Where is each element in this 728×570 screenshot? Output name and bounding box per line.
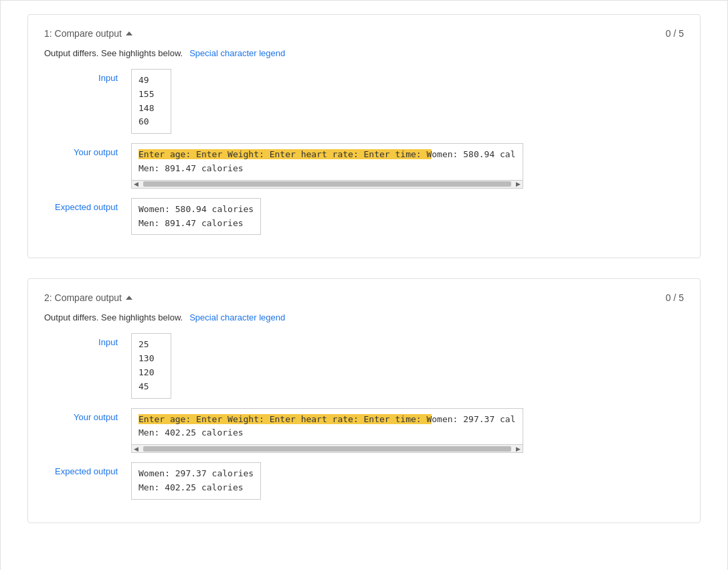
compare-section-1: 1: Compare output 0 / 5 Output differs. … bbox=[27, 14, 701, 258]
chevron-up-icon-1 bbox=[126, 31, 132, 35]
your-output-container-2: Enter age: Enter Weight: Enter heart rat… bbox=[131, 408, 523, 454]
compare-section-2: 2: Compare output 0 / 5 Output differs. … bbox=[27, 278, 701, 522]
scroll-left-icon-1: ◀ bbox=[132, 181, 141, 187]
input-line-2-1: 25 bbox=[139, 338, 164, 352]
input-row-1: Input 49 155 148 60 bbox=[44, 69, 684, 134]
scrollbar-track-1 bbox=[143, 181, 511, 187]
scrollbar-track-2 bbox=[143, 446, 511, 452]
input-line-2-4: 45 bbox=[139, 380, 164, 394]
scrollbar-1[interactable]: ◀ ▶ bbox=[131, 181, 523, 189]
input-row-2: Input 25 130 120 45 bbox=[44, 333, 684, 398]
input-line-2-3: 120 bbox=[139, 366, 164, 380]
input-label-2: Input bbox=[44, 333, 118, 347]
special-char-link-2[interactable]: Special character legend bbox=[189, 312, 285, 322]
your-output-label-2: Your output bbox=[44, 408, 118, 422]
expected-output-row-2: Expected output Women: 297.37 calories M… bbox=[44, 462, 684, 500]
input-box-1: 49 155 148 60 bbox=[131, 69, 171, 134]
output-content-wrapper-2: Enter age: Enter Weight: Enter heart rat… bbox=[131, 408, 523, 446]
section-title-text-2: 2: Compare output bbox=[44, 292, 122, 303]
chevron-up-icon-2 bbox=[126, 296, 132, 300]
input-line-1-1: 49 bbox=[139, 74, 164, 88]
scroll-left-icon-2: ◀ bbox=[132, 446, 141, 452]
expected-line1-1: Women: 580.94 calories bbox=[139, 203, 254, 217]
expected-line1-2: Women: 297.37 calories bbox=[139, 467, 254, 481]
output-scroll-content-1: Enter age: Enter Weight: Enter heart rat… bbox=[132, 144, 523, 180]
output-content-wrapper-1: Enter age: Enter Weight: Enter heart rat… bbox=[131, 143, 523, 181]
differs-text-1: Output differs. See highlights below. bbox=[44, 48, 183, 58]
score-badge-2: 0 / 5 bbox=[666, 292, 684, 303]
expected-box-1: Women: 580.94 calories Men: 891.47 calor… bbox=[131, 198, 261, 235]
your-output-container-1: Enter age: Enter Weight: Enter heart rat… bbox=[131, 143, 523, 189]
input-line-1-4: 60 bbox=[139, 115, 164, 129]
score-badge-1: 0 / 5 bbox=[666, 28, 684, 39]
expected-box-2: Women: 297.37 calories Men: 402.25 calor… bbox=[131, 462, 261, 500]
your-output-line2-1: Men: 891.47 calories bbox=[139, 163, 244, 173]
your-output-row-1: Your output Enter age: Enter Weight: Ent… bbox=[44, 143, 684, 189]
scroll-right-icon-1: ▶ bbox=[514, 181, 523, 187]
input-label-1: Input bbox=[44, 69, 118, 83]
scrollbar-2[interactable]: ◀ ▶ bbox=[131, 445, 523, 453]
differs-text-2: Output differs. See highlights below. bbox=[44, 312, 183, 322]
expected-output-label-1: Expected output bbox=[44, 198, 118, 212]
page-container: 1: Compare output 0 / 5 Output differs. … bbox=[0, 0, 728, 570]
input-line-1-3: 148 bbox=[139, 102, 164, 116]
your-output-normal-1: omen: 580.94 cal bbox=[432, 149, 515, 159]
output-differs-row-1: Output differs. See highlights below. Sp… bbox=[44, 48, 684, 58]
input-box-2: 25 130 120 45 bbox=[131, 333, 171, 398]
input-line-2-2: 130 bbox=[139, 352, 164, 366]
your-output-normal-2: omen: 297.37 cal bbox=[432, 414, 515, 424]
special-char-link-1[interactable]: Special character legend bbox=[189, 48, 285, 58]
input-line-1-2: 155 bbox=[139, 88, 164, 102]
section-header-1: 1: Compare output 0 / 5 bbox=[44, 28, 684, 39]
your-output-row-2: Your output Enter age: Enter Weight: Ent… bbox=[44, 408, 684, 454]
output-scroll-content-2: Enter age: Enter Weight: Enter heart rat… bbox=[132, 409, 523, 445]
section-title-1[interactable]: 1: Compare output bbox=[44, 28, 132, 39]
scroll-right-icon-2: ▶ bbox=[514, 446, 523, 452]
output-differs-row-2: Output differs. See highlights below. Sp… bbox=[44, 312, 684, 322]
your-output-highlight-1: Enter age: Enter Weight: Enter heart rat… bbox=[139, 149, 432, 159]
section-title-text-1: 1: Compare output bbox=[44, 28, 122, 39]
your-output-highlight-2: Enter age: Enter Weight: Enter heart rat… bbox=[139, 414, 432, 424]
expected-output-label-2: Expected output bbox=[44, 462, 118, 476]
your-output-line2-2: Men: 402.25 calories bbox=[139, 428, 244, 438]
expected-line2-2: Men: 402.25 calories bbox=[139, 481, 254, 495]
section-title-2[interactable]: 2: Compare output bbox=[44, 292, 132, 303]
section-header-2: 2: Compare output 0 / 5 bbox=[44, 292, 684, 303]
expected-line2-1: Men: 891.47 calories bbox=[139, 217, 254, 231]
expected-output-row-1: Expected output Women: 580.94 calories M… bbox=[44, 198, 684, 235]
your-output-label-1: Your output bbox=[44, 143, 118, 157]
